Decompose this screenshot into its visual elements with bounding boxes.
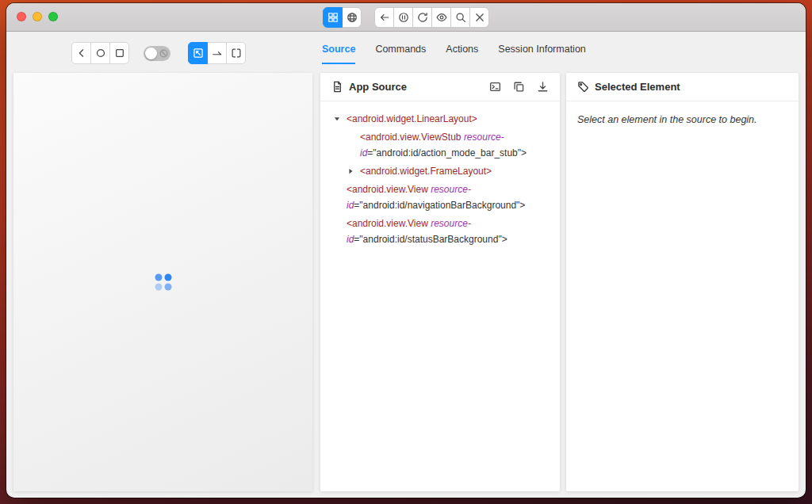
tab-commands[interactable]: Commands <box>375 36 426 64</box>
globe-icon <box>347 12 358 23</box>
selected-element-empty-text: Select an element in the source to begin… <box>566 101 799 138</box>
search-icon <box>455 12 466 23</box>
source-tree-node[interactable]: <android.view.ViewStub resource-id="andr… <box>320 129 549 161</box>
swipe-by-coordinates-button[interactable] <box>207 42 227 64</box>
caret-down-icon[interactable] <box>333 115 341 123</box>
source-actions <box>489 81 549 93</box>
web-view-button[interactable] <box>342 7 362 28</box>
select-elements-button[interactable] <box>188 42 208 64</box>
highlight-elements-button[interactable] <box>431 7 451 28</box>
selected-element-panel: Selected Element Select an element in th… <box>566 73 799 491</box>
device-system-buttons-group <box>71 42 129 64</box>
view-toggle-group <box>323 7 362 28</box>
chevron-left-icon <box>76 48 87 59</box>
pause-button[interactable] <box>393 7 413 28</box>
swipe-right-icon <box>212 48 223 59</box>
screenshot-controls-row <box>71 42 246 64</box>
inspector-window: SourceCommandsActionsSession Information… <box>6 3 806 498</box>
source-tree-node[interactable]: <android.view.View resource-id="android:… <box>320 216 549 247</box>
minimize-window-button[interactable] <box>33 12 42 21</box>
app-source-header: App Source <box>320 73 560 101</box>
app-source-panel: App Source <android.widget.LinearLayout>… <box>320 73 560 491</box>
grid-icon <box>327 12 339 23</box>
pause-circle-icon <box>398 12 409 23</box>
circle-icon <box>95 48 106 59</box>
source-tree-node[interactable]: <android.view.View resource-id="android:… <box>320 181 549 213</box>
file-text-icon <box>331 81 343 93</box>
toggle-attributes-button[interactable] <box>489 81 501 93</box>
tab-actions[interactable]: Actions <box>446 36 478 64</box>
close-icon <box>474 12 485 23</box>
square-icon <box>114 48 125 59</box>
refresh-source-button[interactable] <box>412 7 432 28</box>
traffic-lights <box>17 12 58 21</box>
tab-session-information[interactable]: Session Information <box>498 36 585 64</box>
circle-slash-icon <box>159 48 169 61</box>
interaction-mode-buttons-group <box>188 42 246 64</box>
download-source-button[interactable] <box>537 81 549 93</box>
selected-element-title: Selected Element <box>595 81 680 93</box>
device-home-button[interactable] <box>90 42 110 64</box>
source-tree: <android.widget.LinearLayout><android.vi… <box>320 101 560 259</box>
source-tree-node[interactable]: <android.widget.FrameLayout> <box>320 163 549 179</box>
desktop-background: SourceCommandsActionsSession Information… <box>0 0 812 504</box>
code-icon <box>489 81 501 93</box>
main-tabs: SourceCommandsActionsSession Information <box>322 36 606 64</box>
copy-source-button[interactable] <box>513 81 525 93</box>
app-source-title: App Source <box>349 81 407 93</box>
close-session-button[interactable] <box>469 7 489 28</box>
native-source-view-button[interactable] <box>323 7 343 28</box>
device-back-button[interactable] <box>71 42 91 64</box>
search-elements-button[interactable] <box>450 7 470 28</box>
loading-spinner <box>155 274 171 291</box>
source-tree-node[interactable]: <android.widget.LinearLayout> <box>320 111 549 127</box>
screenshot-interaction-toggle[interactable] <box>144 46 170 61</box>
session-actions-group <box>374 7 489 28</box>
download-icon <box>537 81 549 93</box>
copy-icon <box>513 81 525 93</box>
tap-by-coordinates-button[interactable] <box>226 42 246 64</box>
titlebar-toolbar <box>323 7 489 28</box>
tab-source[interactable]: Source <box>322 36 355 64</box>
toggle-knob <box>145 48 157 59</box>
caret-right-icon[interactable] <box>347 167 354 175</box>
tag-icon <box>577 81 589 93</box>
back-button[interactable] <box>374 7 394 28</box>
select-icon <box>193 48 204 59</box>
selected-element-header: Selected Element <box>566 73 799 101</box>
arrow-left-icon <box>379 12 390 23</box>
close-window-button[interactable] <box>17 12 26 21</box>
reload-icon <box>417 12 428 23</box>
scan-icon <box>231 48 242 59</box>
zoom-window-button[interactable] <box>48 12 58 21</box>
eye-icon <box>436 12 447 23</box>
device-screenshot-panel[interactable] <box>13 73 312 491</box>
titlebar <box>6 3 806 32</box>
device-overview-button[interactable] <box>109 42 129 64</box>
